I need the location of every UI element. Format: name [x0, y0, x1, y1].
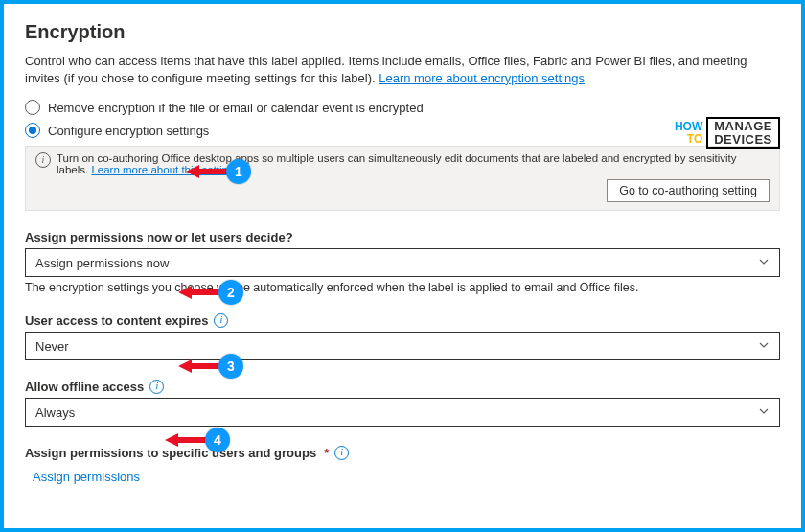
radio-label: Remove encryption if the file or email o… — [48, 101, 424, 115]
infobar-text: Turn on co-authoring Office desktop apps… — [57, 152, 770, 175]
annotation-badge-1: 1 — [226, 159, 251, 184]
radio-label: Configure encryption settings — [48, 124, 209, 138]
offline-label: Allow offline access — [25, 380, 144, 394]
info-icon[interactable]: i — [214, 313, 228, 328]
learn-more-coauthoring-link[interactable]: Learn more about this setting — [91, 164, 234, 175]
annotation-badge-4: 4 — [205, 428, 230, 452]
select-value: Always — [35, 405, 75, 420]
assign-permissions-link[interactable]: Assign permissions — [33, 470, 780, 484]
expires-select[interactable]: Never — [25, 332, 780, 360]
required-asterisk: * — [324, 446, 329, 460]
info-icon: i — [35, 152, 51, 168]
specific-users-label: Assign permissions to specific users and… — [25, 446, 316, 460]
intro-paragraph: Control who can access items that have t… — [25, 53, 772, 86]
radio-icon — [25, 100, 40, 115]
offline-select[interactable]: Always — [25, 398, 780, 427]
assign-permissions-helper: The encryption settings you choose will … — [25, 281, 780, 294]
info-icon[interactable]: i — [334, 446, 349, 460]
select-value: Never — [35, 339, 69, 354]
go-to-coauthoring-button[interactable]: Go to co-authoring setting — [607, 179, 770, 202]
coauthoring-info-bar: i Turn on co-authoring Office desktop ap… — [25, 146, 780, 211]
radio-icon — [25, 123, 40, 138]
radio-configure-encryption[interactable]: Configure encryption settings — [25, 123, 780, 138]
assign-permissions-label: Assign permissions now or let users deci… — [25, 230, 780, 244]
howto-manage-devices-logo: HOW TO MANAGE DEVICES — [675, 117, 780, 149]
radio-remove-encryption[interactable]: Remove encryption if the file or email o… — [25, 100, 780, 115]
chevron-down-icon — [758, 339, 770, 354]
chevron-down-icon — [758, 405, 770, 420]
expires-label: User access to content expires — [25, 313, 208, 328]
assign-permissions-select[interactable]: Assign permissions now — [25, 248, 780, 277]
annotation-badge-3: 3 — [218, 354, 243, 379]
annotation-badge-2: 2 — [218, 280, 243, 305]
select-value: Assign permissions now — [35, 256, 169, 270]
page-title: Encryption — [25, 21, 780, 43]
chevron-down-icon — [758, 256, 770, 270]
info-icon[interactable]: i — [150, 380, 164, 394]
learn-more-encryption-link[interactable]: Learn more about encryption settings — [379, 71, 585, 85]
